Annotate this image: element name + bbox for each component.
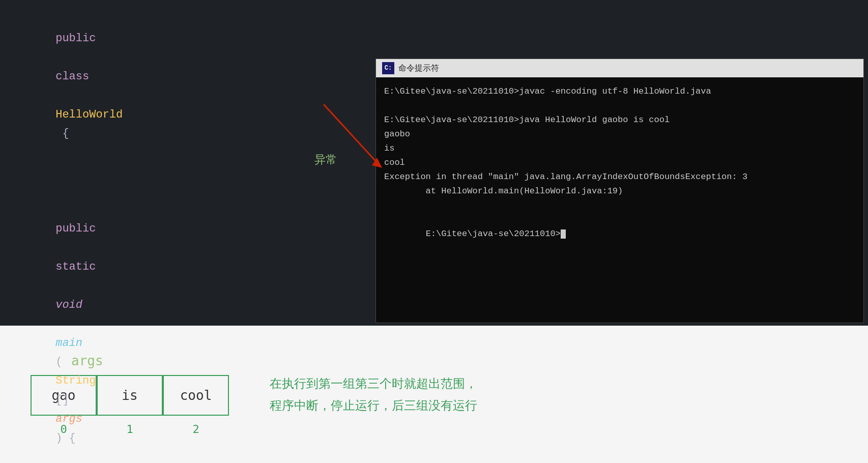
class-helloworld: HelloWorld <box>55 108 123 121</box>
terminal-line-7: Exception in thread "main" java.lang.Arr… <box>384 170 855 184</box>
terminal-line-10: E:\Gitee\java-se\20211010> <box>384 213 855 255</box>
terminal-window: C: 命令提示符 E:\Gitee\java-se\20211010>javac… <box>375 59 864 323</box>
terminal-line-4: gaobo <box>384 127 855 141</box>
terminal-line-2 <box>384 99 855 113</box>
terminal-line-8: at HelloWorld.main(HelloWorld.java:19) <box>384 184 855 198</box>
terminal-body: E:\Gitee\java-se\20211010>javac -encodin… <box>376 77 863 323</box>
yichang-label: 异常 <box>314 150 337 169</box>
cmd-icon: C: <box>382 62 394 74</box>
terminal-line-1: E:\Gitee\java-se\20211010>javac -encodin… <box>384 84 855 99</box>
code-line-1: public class HelloWorld { <box>15 10 385 162</box>
keyword-class: class <box>55 70 89 83</box>
terminal-line-3: E:\Gitee\java-se\20211010>java HelloWorl… <box>384 113 855 127</box>
code-panel: public class HelloWorld { public static … <box>0 0 400 326</box>
terminal-line-5: is <box>384 141 855 156</box>
terminal-titlebar: C: 命令提示符 <box>376 59 863 77</box>
terminal-line-6: cool <box>384 156 855 170</box>
editor-area: public class HelloWorld { public static … <box>0 0 868 326</box>
terminal-title-text: 命令提示符 <box>398 63 439 74</box>
terminal-line-9 <box>384 198 855 213</box>
keyword-public: public <box>55 32 96 45</box>
code-line-3: public static void main ( String [] args… <box>15 182 385 463</box>
